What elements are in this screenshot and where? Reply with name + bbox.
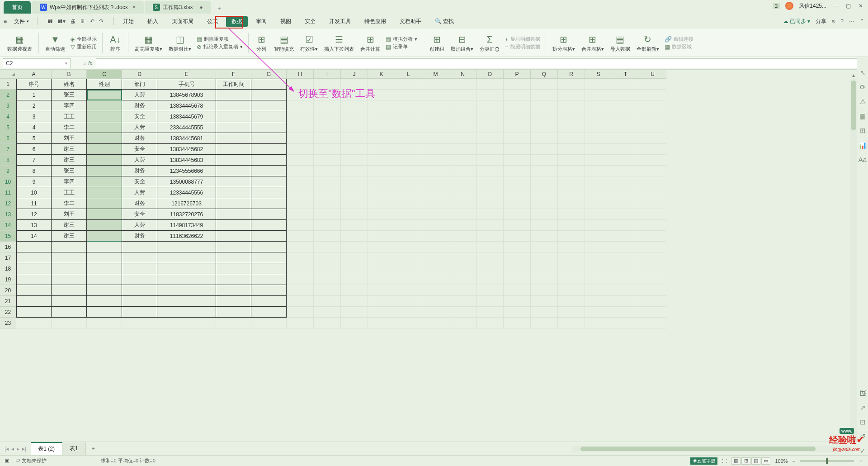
- cell[interactable]: [216, 133, 251, 144]
- cell[interactable]: [87, 252, 122, 263]
- cell[interactable]: [368, 263, 395, 274]
- cell[interactable]: 部门: [122, 79, 157, 90]
- cell[interactable]: [531, 111, 558, 122]
- cell[interactable]: [87, 307, 122, 318]
- cell[interactable]: [639, 187, 666, 198]
- share-button[interactable]: 分享: [816, 18, 826, 25]
- cell[interactable]: [314, 111, 341, 122]
- cell[interactable]: [449, 285, 476, 296]
- cell[interactable]: [368, 231, 395, 242]
- formula-input[interactable]: [96, 58, 857, 68]
- cell[interactable]: [16, 263, 52, 274]
- cell[interactable]: [612, 133, 639, 144]
- cell[interactable]: [504, 155, 531, 166]
- cell[interactable]: [216, 252, 251, 263]
- cell[interactable]: [314, 252, 341, 263]
- col-header-F[interactable]: F: [216, 70, 251, 79]
- cell[interactable]: [341, 144, 368, 155]
- tab-pagelayout[interactable]: 页面布局: [166, 16, 199, 27]
- printpreview-icon[interactable]: 🗎: [80, 18, 85, 24]
- cell[interactable]: [251, 209, 287, 220]
- cell[interactable]: [612, 111, 639, 122]
- record-icon[interactable]: ▣: [5, 458, 9, 464]
- cell[interactable]: [216, 242, 251, 252]
- sort-button[interactable]: A↓排序: [106, 30, 124, 56]
- refresh-all-button[interactable]: ↻全部刷新▾: [634, 30, 662, 56]
- cell[interactable]: [157, 307, 216, 318]
- cell[interactable]: [531, 198, 558, 209]
- cell[interactable]: [585, 122, 612, 133]
- cell[interactable]: [251, 198, 287, 209]
- cell[interactable]: [341, 187, 368, 198]
- cell[interactable]: [287, 209, 314, 220]
- cell[interactable]: [287, 122, 314, 133]
- cell[interactable]: [449, 166, 476, 176]
- cell[interactable]: 人劳: [122, 187, 157, 198]
- reapply-button[interactable]: ▽重新应用: [71, 43, 97, 50]
- view-reader-icon[interactable]: ▭: [761, 457, 770, 465]
- cell[interactable]: [251, 187, 287, 198]
- cell[interactable]: [87, 187, 122, 198]
- cell[interactable]: 财务: [122, 100, 157, 111]
- cell[interactable]: [341, 274, 368, 285]
- row-header[interactable]: 22: [0, 307, 16, 318]
- cell[interactable]: [531, 166, 558, 176]
- cell[interactable]: [341, 318, 368, 328]
- cell[interactable]: [476, 274, 504, 285]
- cell[interactable]: [504, 263, 531, 274]
- cell[interactable]: [251, 274, 287, 285]
- cell[interactable]: [395, 263, 422, 274]
- cell[interactable]: 姓名: [52, 79, 87, 90]
- cell[interactable]: [422, 155, 449, 166]
- maximize-button[interactable]: ▢: [844, 2, 852, 10]
- cell[interactable]: [314, 155, 341, 166]
- cell[interactable]: [639, 263, 666, 274]
- cell[interactable]: [422, 166, 449, 176]
- cell[interactable]: [251, 111, 287, 122]
- reject-dup-button[interactable]: ⊘拒绝录入重复项▾: [197, 43, 243, 50]
- cell[interactable]: [122, 252, 157, 263]
- cell[interactable]: [639, 166, 666, 176]
- col-header-I[interactable]: I: [314, 70, 341, 79]
- cell[interactable]: 李四: [52, 100, 87, 111]
- cell[interactable]: [585, 242, 612, 252]
- sheet-first-icon[interactable]: |◂: [5, 446, 9, 452]
- row-header[interactable]: 2: [0, 90, 16, 100]
- cell[interactable]: [639, 79, 666, 90]
- cell[interactable]: [558, 209, 585, 220]
- cell[interactable]: [612, 155, 639, 166]
- col-header-P[interactable]: P: [504, 70, 531, 79]
- cell[interactable]: [87, 166, 122, 176]
- cell[interactable]: [52, 285, 87, 296]
- cell[interactable]: [251, 220, 287, 231]
- cell[interactable]: [531, 209, 558, 220]
- cell[interactable]: 4: [16, 122, 52, 133]
- cell[interactable]: [504, 318, 531, 328]
- vertical-scrollbar[interactable]: ▴ ▾: [850, 79, 857, 442]
- cell[interactable]: [422, 111, 449, 122]
- cell[interactable]: [314, 285, 341, 296]
- col-header-M[interactable]: M: [422, 70, 449, 79]
- export-icon[interactable]: ⎋: [832, 18, 835, 24]
- add-sheet-button[interactable]: ＋: [86, 442, 100, 455]
- cell[interactable]: [476, 122, 504, 133]
- cell[interactable]: 财务: [122, 231, 157, 242]
- cell[interactable]: [639, 133, 666, 144]
- tab-security[interactable]: 安全: [299, 16, 321, 27]
- cell[interactable]: 5: [16, 133, 52, 144]
- cell[interactable]: [395, 100, 422, 111]
- close-icon[interactable]: ×: [132, 4, 136, 10]
- cell[interactable]: [87, 111, 122, 122]
- row-header[interactable]: 16: [0, 242, 16, 252]
- cell[interactable]: [287, 231, 314, 242]
- notification-badge[interactable]: 2: [773, 3, 780, 9]
- cell[interactable]: [585, 220, 612, 231]
- cell[interactable]: [395, 318, 422, 328]
- fullscreen-icon[interactable]: ⛶: [722, 458, 727, 464]
- cell[interactable]: [314, 263, 341, 274]
- cell[interactable]: [639, 252, 666, 263]
- cell[interactable]: [639, 285, 666, 296]
- cell[interactable]: 11498173449: [157, 220, 216, 231]
- cell[interactable]: [216, 155, 251, 166]
- cell[interactable]: [395, 285, 422, 296]
